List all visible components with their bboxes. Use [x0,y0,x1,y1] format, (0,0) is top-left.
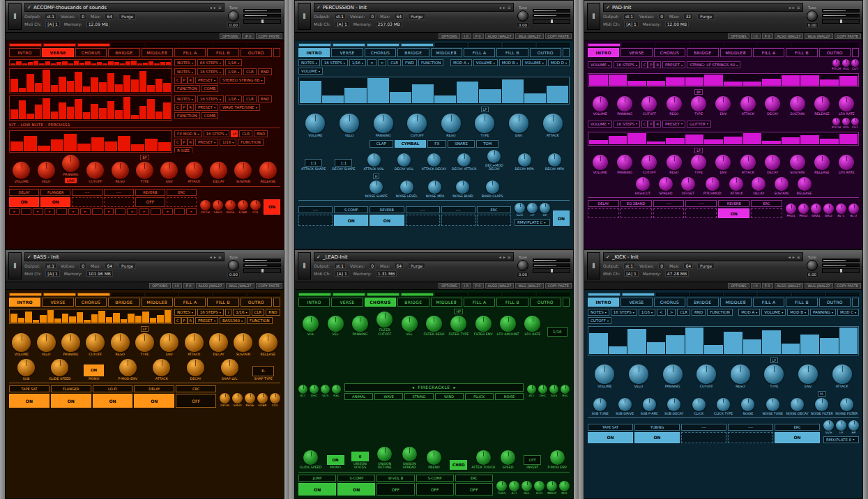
dropdown-notes[interactable]: NOTES▾ [174,68,196,75]
wave-option-wave[interactable]: WAVE [374,393,403,400]
pattern-tab-verse[interactable]: VERSE [42,298,73,307]
fx-knob-rto[interactable] [534,481,545,491]
util-tab-i-0[interactable]: I 0 [751,283,761,289]
fx-knob-bl-2[interactable] [848,204,859,214]
fx-power-flanger[interactable]: ON [51,394,91,408]
fx-step-cell[interactable]: ▸ [139,208,149,215]
pattern-tab-verse[interactable]: VERSE [620,298,652,307]
purge-button[interactable]: Purge [119,13,136,20]
dropdown-fx-mod-b[interactable]: FX MOD B▾ [174,130,202,137]
knob-noise-tune[interactable] [766,398,779,411]
knob-type[interactable] [136,162,153,179]
knob-filter-env[interactable] [475,316,492,332]
next-instrument-arrow-icon[interactable]: ▸ [214,5,216,10]
segment-p[interactable]: P [648,61,654,68]
dropdown-bass360[interactable]: BASS360▾ [220,317,245,324]
button-rnd[interactable]: RND [266,309,280,316]
instrument-enable-check-icon[interactable]: ✓ [317,254,321,260]
knob-cutoff[interactable] [407,114,427,133]
segment-p[interactable]: P [181,104,188,111]
fx-master-on-button[interactable]: ON [264,199,280,215]
knob-attack[interactable] [740,96,756,112]
fx-knob-col[interactable] [250,200,261,210]
minimize-instrument-icon[interactable]: ≡ [797,5,800,10]
pattern-tab-middle8[interactable]: MIDDLE8 [720,298,752,307]
fx-knob-hp[interactable] [540,203,550,213]
fx-power-erc[interactable] [477,215,511,226]
fx-knob-size[interactable] [823,420,834,431]
fx-power-crc[interactable]: OFF [176,394,216,408]
knob-volume[interactable] [13,162,30,179]
filter-type-badge[interactable]: LP [694,148,703,153]
pattern-tab-end-box[interactable] [563,48,570,57]
knob-decay[interactable] [752,177,766,191]
purge-button[interactable]: Purge [408,13,425,20]
knob-attack[interactable] [153,359,170,376]
knob-panning[interactable] [617,155,632,170]
fx-knob-gra1[interactable] [811,204,821,214]
knob-noise-shape[interactable] [370,181,383,194]
instrument-enable-check-icon[interactable]: ✓ [27,5,31,10]
pan-slider[interactable] [822,268,860,273]
filter-type-badge[interactable]: LP [141,326,149,332]
pattern-tab-intro[interactable]: INTRO [298,298,330,307]
fx-slot-reverb[interactable]: REVERB [135,189,165,196]
fx-knob-gri2[interactable] [823,204,834,214]
pattern-tab-fill-a[interactable]: FILL A [174,48,206,57]
wave-option-pluck[interactable]: PLUCK [465,393,494,400]
segment-c[interactable]: C [174,139,181,146]
knob-attack[interactable] [729,177,743,191]
mini-knob-vol[interactable] [842,118,850,125]
fx-knob-mix[interactable] [559,481,570,491]
fx-slot-lo-fi[interactable]: LO-FI [93,385,133,392]
dropdown-preset[interactable]: PRESET▾ [195,104,218,111]
midi-channel-value[interactable]: [A] 1 [335,21,349,27]
pattern-tab-outro[interactable]: OUTRO [530,48,561,57]
next-instrument-arrow-icon[interactable]: ▸ [793,254,795,259]
fx-slot-erc[interactable]: ERC [751,200,782,207]
dropdown-16-steps[interactable]: 16 STEPS▾ [197,95,224,102]
kontakt-logo-icon[interactable]: ⦀ [298,3,311,30]
fx-preset-dropdown[interactable]: RMX/PLATE 8▾ [823,436,859,443]
knob-noise-filter[interactable] [840,398,853,411]
pattern-tab-verse[interactable]: VERSE [620,48,652,57]
knob-sub[interactable] [17,359,35,376]
env-knob-att[interactable] [527,385,536,394]
wave-option-wind[interactable]: WIND [435,393,464,400]
step-sequencer[interactable] [9,95,172,121]
fx-slot-eq-2band[interactable]: EQ 2BAND [620,200,652,207]
knob-spread[interactable] [659,177,673,191]
fx-knob-prg2[interactable] [798,204,809,214]
util-tab-copy-paste[interactable]: COPY PASTE [545,283,572,289]
knob-noise-level[interactable] [400,181,413,194]
util-tab-options[interactable]: OPTIONS [220,33,241,39]
fx-power-erc[interactable]: ON [775,432,820,443]
segment-r[interactable]: R [188,77,194,84]
dropdown-mod-c[interactable]: MOD C▾ [837,309,859,316]
segment-p[interactable]: P [648,121,654,128]
next-instrument-arrow-icon[interactable]: ▸ [503,5,505,10]
dropdown-cutoff[interactable]: CUTOFF▾ [588,317,611,324]
max-value[interactable]: 64 [105,263,114,269]
step-sequencer[interactable] [9,68,172,93]
pattern-tab-middle8[interactable]: MIDDLE8 [431,298,462,307]
knob-panning[interactable] [61,333,80,352]
pattern-tab-outro[interactable]: OUTRO [819,48,851,57]
knob-sustain[interactable] [790,96,805,112]
util-tab-copy-paste[interactable]: COPY PASTE [835,283,861,289]
pattern-tab-fill-b[interactable]: FILL B [496,48,528,57]
wave-option-noise[interactable]: NOISE [495,393,524,400]
max-value[interactable]: 64 [683,263,693,269]
segment-r[interactable]: R [188,139,194,146]
fx-power-x[interactable] [406,215,440,226]
wave-prev-arrow-icon[interactable]: ◂ [412,385,415,390]
dropdown-1-16[interactable]: 1/16▾ [220,139,236,146]
fx-slot-s-comp[interactable]: S-COMP [337,475,375,482]
toggle-mono[interactable]: ON [84,364,104,376]
env-knob-rel[interactable] [332,385,341,394]
fx-slot-tape-sat[interactable]: TAPE SAT [9,385,50,392]
knob-click-type[interactable] [717,398,730,411]
button-function[interactable]: FUNCTION [418,59,444,66]
knob-cutoff[interactable] [641,96,657,112]
knob-decay[interactable] [187,359,204,376]
